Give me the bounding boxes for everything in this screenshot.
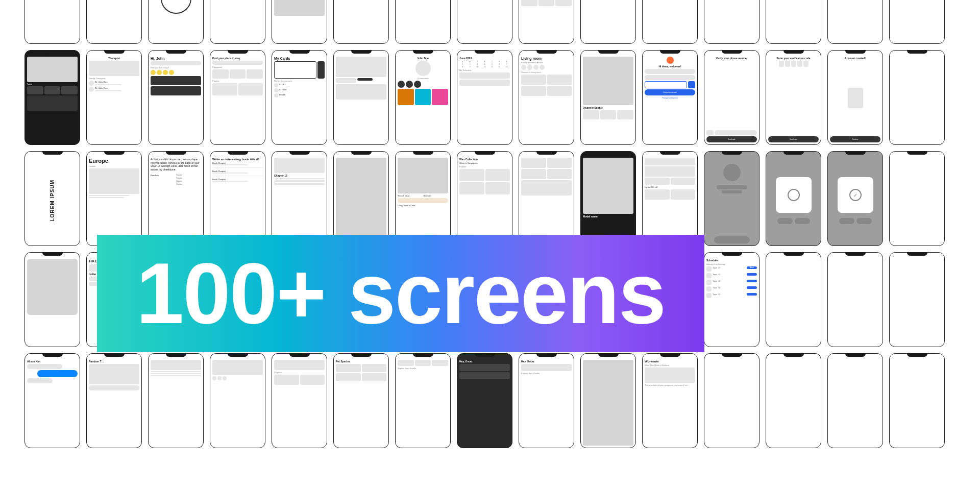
title: Verify your phone number <box>706 57 757 60</box>
title: Chapter 13 <box>274 174 325 177</box>
phone-mock <box>580 353 636 448</box>
phone-mock <box>333 151 389 246</box>
phone-mock: WorkoutsWhat This Week's WorkoutThe pros… <box>642 353 698 448</box>
phone-mock: Model name <box>580 151 636 246</box>
title: John Doe <box>417 57 429 60</box>
title: Workouts <box>645 360 695 363</box>
tx: $310.2 <box>279 83 325 87</box>
sub: London <box>89 165 139 167</box>
phone-mock <box>642 0 698 44</box>
title: Write an interesting book title #1 <box>212 158 263 161</box>
phone-mock <box>272 0 327 44</box>
phone-mock: Group tasks <box>210 0 265 44</box>
phone-mock: EuropeLondon <box>86 151 142 246</box>
phone-mock: Alison Kim <box>24 353 80 448</box>
title: Random T… <box>89 360 139 363</box>
phone-mock: At first you didn't know me. I was a sha… <box>148 151 204 246</box>
phone-mock: Pet Species <box>333 353 389 448</box>
phone-mock: Trench CoatSweaterLong Trench Coat <box>395 151 451 246</box>
phone-mock <box>827 353 883 448</box>
phone-mock <box>704 0 760 44</box>
phone-mock: TherapistNearby TherapistsDr. John DoeDr… <box>86 50 142 145</box>
cta-button[interactable]: Create new account <box>645 89 695 95</box>
phone-mock <box>86 0 142 44</box>
phone-mock: Up to 25% off <box>642 151 698 246</box>
phone-grid: Group tasks Health status Popular Statio… <box>24 0 945 448</box>
phone-mock <box>580 0 636 44</box>
title: LOREM IPSUM <box>50 180 55 222</box>
title: Hi there, welcome! <box>645 65 695 68</box>
phone-mock <box>766 252 821 347</box>
title: Find your place to stay <box>212 57 263 60</box>
phone-mock <box>24 0 80 44</box>
title: June 2020 <box>459 57 510 60</box>
phone-mock <box>704 151 760 246</box>
title: My Cards <box>274 57 325 60</box>
phone-mock: Chapter 13 <box>272 151 327 246</box>
phone-mock: Hey, Oscar <box>457 353 512 448</box>
phone-mock: Popular Stations <box>457 0 512 44</box>
phone-mock: Hi there, welcome!Create new accountForg… <box>642 50 698 145</box>
title: Europe <box>89 158 139 164</box>
title: Wan Collection <box>459 158 510 161</box>
phone-mock <box>395 0 451 44</box>
phone-mock: Verify your phone numberSend code <box>704 50 760 145</box>
phone-mock <box>148 353 204 448</box>
phone-mock: Wan CollectionWeek in SingaporeExplore <box>457 151 512 246</box>
phone-mock: National health insuranceNearby Events <box>766 0 821 44</box>
phone-mock <box>519 0 574 44</box>
phone-mock: Write an interesting book title #1Book C… <box>210 151 265 246</box>
link[interactable]: Forgot password <box>645 96 695 99</box>
tx: $170.00 <box>279 88 325 92</box>
phone-mock <box>889 252 945 347</box>
title: Therapist <box>89 57 139 60</box>
phone-mock: June 2020SMTWTFS1234567891011121314My Sc… <box>457 50 512 145</box>
phone-mock: Discover Seattle <box>580 50 636 145</box>
phone-mock <box>889 50 945 145</box>
phone-mock: ScheduleAlways & technologyTopic #1Activ… <box>704 252 760 347</box>
phone-mock: Something Cool$29.99 <box>827 0 883 44</box>
title: Account created! <box>830 57 880 60</box>
title: Hey, Oscar <box>521 360 572 363</box>
title: Living room <box>521 57 572 60</box>
phone-mock <box>766 151 821 246</box>
title: Alison Kim <box>27 360 78 363</box>
phone-mock <box>766 353 821 448</box>
phone-mock: ✓ <box>827 151 883 246</box>
phone-mock: Hi, JohnHow you feel today? <box>148 50 204 145</box>
cta-button[interactable]: Send code <box>706 136 757 142</box>
caption: Discover Seattle <box>583 106 633 109</box>
title: Schedule <box>706 259 757 262</box>
phone-mock: John Doe@username <box>395 50 451 145</box>
phone-mock: Playlists <box>272 353 327 448</box>
phone-mock: Account created!Continue <box>827 50 883 145</box>
phone-mock <box>210 353 265 448</box>
phone-mock <box>889 353 945 448</box>
phone-mock: Health status <box>333 0 389 44</box>
phone-mock <box>24 252 80 347</box>
phone-mock: Random T… <box>86 353 142 448</box>
phone-mock <box>704 353 760 448</box>
phone-mock: Find your place to stayCategoriesPopular <box>210 50 265 145</box>
cta-button[interactable]: Send code <box>768 136 819 142</box>
phone-mock: My CardsRecent transactions$310.2$170.00… <box>272 50 327 145</box>
phone-mock: Enter your verification codeSend code <box>766 50 821 145</box>
title: Hi, John <box>151 57 201 60</box>
title: Pet Species <box>336 360 386 363</box>
phone-mock <box>827 252 883 347</box>
phone-mock: Popular <box>24 50 80 145</box>
tx: $50.00 <box>279 93 325 97</box>
phone-mock <box>519 151 574 246</box>
phone-mock <box>333 50 389 145</box>
headline-text: 100+ screens <box>136 251 665 336</box>
phone-mock <box>889 0 945 44</box>
phone-mock <box>889 151 945 246</box>
phone-mock: Explore from Seattle <box>395 353 451 448</box>
phone-mock: Living roomFamily Members AccessDevices … <box>519 50 574 145</box>
cta-button[interactable]: Continue <box>830 136 880 142</box>
phone-mock <box>148 0 204 44</box>
phone-mock: LOREM IPSUM <box>24 151 80 246</box>
headline-banner: 100+ screens <box>97 235 704 352</box>
phone-mock: Hey, OscarExplore from Seattle <box>519 353 574 448</box>
title: Hey, Oscar <box>459 360 510 363</box>
